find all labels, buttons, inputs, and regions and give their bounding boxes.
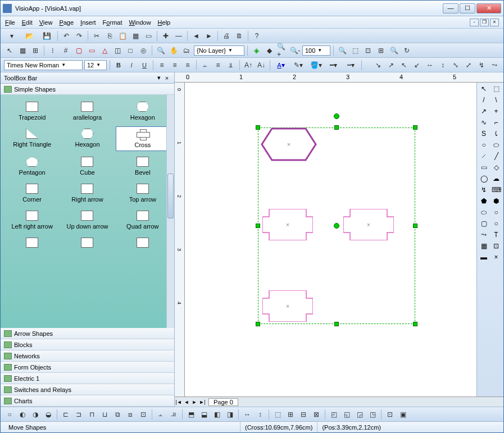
arrange-tool-2[interactable]: ◑	[30, 409, 41, 420]
redo-button[interactable]: ↷	[74, 30, 85, 42]
conn3-icon[interactable]: ↖	[398, 60, 410, 71]
draw-tool-23[interactable]: ○	[491, 207, 502, 217]
draw-tool-16[interactable]: ◯	[478, 174, 489, 184]
rotation-handle[interactable]	[334, 113, 339, 119]
shape-right-arrow[interactable]: Right arrow	[60, 181, 114, 205]
draw-tool-0[interactable]: ↖	[478, 84, 489, 94]
shape-cross[interactable]: Cross	[116, 126, 170, 151]
draw-tool-8[interactable]: S	[478, 129, 489, 139]
draw-tool-11[interactable]: ⬭	[491, 140, 502, 150]
conn9-icon[interactable]: ↯	[476, 60, 487, 71]
arrange-tool-11[interactable]: ⊡	[138, 409, 149, 420]
group-icon[interactable]: ▢	[73, 45, 84, 56]
font-color-icon[interactable]: A▾	[273, 60, 289, 71]
italic-button[interactable]: I	[126, 60, 137, 71]
shape-trapezoid[interactable]: Trapezoid	[5, 99, 59, 123]
mdi-close[interactable]: ×	[490, 19, 499, 26]
shape-right-triangle[interactable]: Right Triangle	[5, 126, 59, 151]
valign-mid-icon[interactable]: ≡	[212, 60, 224, 71]
select-icon[interactable]: ▦	[17, 45, 28, 56]
arrange-tool-27[interactable]: ⊠	[311, 409, 322, 420]
tab-next-icon[interactable]: ►	[190, 399, 198, 405]
zoom-combo[interactable]: 100▼	[302, 45, 330, 56]
draw-tool-3[interactable]: \	[491, 95, 502, 105]
draw-tool-28[interactable]: ▦	[478, 241, 489, 251]
arrange-tool-8[interactable]: ⊔	[99, 409, 110, 420]
ungroup-icon[interactable]: ▭	[86, 45, 97, 56]
draw-tool-14[interactable]: ▭	[478, 162, 489, 172]
tab-last-icon[interactable]: ►|	[198, 399, 206, 405]
scrollbar-thumb[interactable]	[167, 174, 174, 218]
preview-button[interactable]: ▭	[143, 30, 154, 42]
snap-icon[interactable]: ⫶	[47, 45, 58, 56]
draw-tool-4[interactable]: ↗	[478, 106, 489, 116]
draw-tool-2[interactable]: /	[478, 95, 489, 105]
dash-icon[interactable]: ┅▾	[343, 60, 358, 71]
page-tab-0[interactable]: Page 0	[208, 398, 238, 406]
shape-pentagon[interactable]: Pentagon	[5, 154, 59, 178]
draw-tool-13[interactable]: ╱	[491, 151, 502, 161]
pointer-icon[interactable]: ↖	[4, 45, 15, 56]
arrange-tool-6[interactable]: ⊐	[73, 409, 84, 420]
zoom3-icon[interactable]: ⊞	[375, 45, 387, 56]
draw-tool-25[interactable]: ○	[491, 218, 502, 229]
align-center-icon[interactable]: ≡	[169, 60, 180, 71]
draw-tool-1[interactable]: ⬚	[491, 84, 502, 94]
arrange-tool-24[interactable]: ⬚	[272, 409, 283, 420]
category-blocks[interactable]: Blocks	[1, 339, 174, 350]
arrange-tool-19[interactable]: ◨	[224, 409, 235, 420]
arrange-tool-16[interactable]: ⬒	[185, 409, 197, 420]
draw-tool-18[interactable]: ↯	[478, 185, 489, 195]
arrange-tool-13[interactable]: ⫠	[155, 409, 166, 420]
open-button[interactable]: 📂	[21, 30, 37, 42]
conn5-icon[interactable]: ↔	[424, 60, 435, 71]
draw-tool-9[interactable]: ⤹	[491, 129, 502, 139]
shape-hexagon[interactable]: Hexagon	[116, 99, 170, 123]
size-combo[interactable]: 12▼	[84, 60, 107, 70]
zoomin-icon[interactable]: 🔍+	[276, 45, 288, 56]
line-icon[interactable]: ━▾	[325, 60, 341, 71]
arrange-tool-30[interactable]: ◱	[341, 409, 352, 420]
region-icon[interactable]: ⬚	[349, 45, 361, 56]
underline-button[interactable]: U	[139, 60, 150, 71]
back-icon[interactable]: ◄	[190, 30, 202, 42]
mdi-restore[interactable]: ❐	[480, 19, 489, 26]
arrange-tool-14[interactable]: ⫡	[168, 409, 179, 420]
arrange-tool-17[interactable]: ⬓	[198, 409, 210, 420]
menu-page[interactable]: Page	[59, 19, 74, 26]
print-button[interactable]: 🖨	[221, 30, 232, 42]
undo-button[interactable]: ↶	[61, 30, 72, 42]
close-button[interactable]: ✕	[476, 3, 501, 13]
valign-bot-icon[interactable]: ⫫	[225, 60, 237, 71]
titlebar[interactable]: VisioApp - [VisioA1.vap] — ☐ ✕	[1, 1, 503, 16]
draw-tool-30[interactable]: ▬	[478, 252, 489, 262]
grid-icon[interactable]: ⊞	[30, 45, 41, 56]
shape-item[interactable]	[5, 235, 59, 252]
menu-help[interactable]: Help	[158, 19, 171, 26]
fit-icon[interactable]: 🔍	[337, 45, 348, 56]
shape-cube[interactable]: Cube	[60, 154, 114, 178]
arrange-tool-32[interactable]: ◳	[367, 409, 378, 420]
maximize-button[interactable]: ☐	[460, 3, 475, 13]
shape-arallelogra[interactable]: arallelogra	[60, 99, 114, 123]
handle-nw[interactable]	[256, 125, 260, 130]
draw-tool-27[interactable]: T	[491, 230, 502, 240]
shape-up-down-arrow[interactable]: Up down arrow	[60, 208, 114, 232]
draw-tool-22[interactable]: ⬭	[478, 207, 489, 217]
print-preview-button[interactable]: 🗎	[234, 30, 245, 42]
handle-s[interactable]	[334, 322, 339, 326]
arrange-tool-25[interactable]: ⊞	[285, 409, 296, 420]
zoom2-icon[interactable]: ⊡	[362, 45, 374, 56]
zoom-icon[interactable]: 🔍	[155, 45, 166, 56]
zoom4-icon[interactable]: 🔍	[388, 45, 399, 56]
font-combo[interactable]: Times New Roman▼	[4, 60, 83, 70]
tab-first-icon[interactable]: |◄	[175, 399, 183, 405]
category-charts[interactable]: Charts	[1, 395, 174, 407]
arrange-tool-7[interactable]: ⊓	[86, 409, 97, 420]
arrange-tool-1[interactable]: ◐	[17, 409, 28, 420]
hand-icon[interactable]: ✋	[168, 45, 179, 56]
toolbox-scrollbar[interactable]	[166, 95, 174, 328]
category-simple-shapes[interactable]: Simple Shapes	[1, 84, 174, 95]
draw-tool-26[interactable]: ⤳	[478, 230, 489, 240]
conn8-icon[interactable]: ⤢	[463, 60, 474, 71]
